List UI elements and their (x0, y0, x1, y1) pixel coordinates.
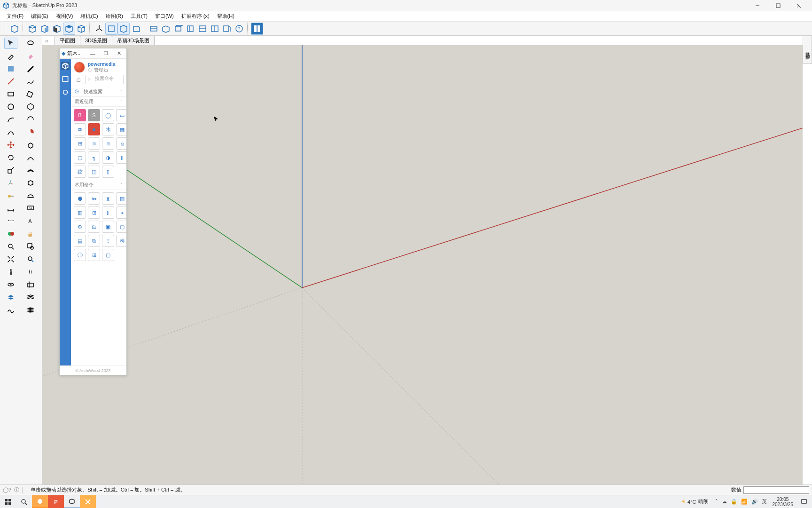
pushpull-tool[interactable] (24, 139, 37, 151)
common-cell[interactable]: 🗂 (88, 221, 100, 233)
line-tool[interactable] (4, 76, 17, 87)
position-cam-tool[interactable] (4, 266, 17, 278)
common-cell[interactable]: 检 (116, 235, 126, 247)
plugin-home-button[interactable]: ⌂ (74, 75, 83, 84)
ext-f[interactable] (209, 23, 221, 35)
common-cell[interactable]: ⚙ (74, 221, 86, 233)
arc-tool[interactable] (4, 114, 17, 125)
offset-tool[interactable] (24, 165, 37, 176)
minimize-button[interactable] (747, 0, 768, 11)
freehand-tool[interactable] (24, 76, 37, 87)
side-view[interactable] (130, 23, 142, 35)
common-cell[interactable]: ▥ (74, 206, 86, 219)
recent-cell[interactable]: ⧈ (88, 137, 100, 150)
task-app-1[interactable] (32, 495, 48, 508)
layers2-tool[interactable] (24, 292, 37, 303)
style-shaded-tex[interactable] (51, 23, 63, 35)
rail-save-icon[interactable] (61, 75, 70, 83)
rail-cube-icon[interactable] (61, 62, 70, 70)
common-cell[interactable]: ⫿ (102, 206, 114, 219)
recent-cell[interactable]: 木 (102, 123, 114, 135)
ext-c[interactable] (172, 23, 184, 35)
walk-tool[interactable] (24, 266, 37, 278)
recent-cell[interactable]: ┓ (88, 151, 100, 164)
common-cell[interactable]: ⓘ (74, 249, 86, 261)
start-button[interactable] (0, 495, 16, 508)
select-tool[interactable] (4, 38, 17, 49)
recent-cell[interactable]: ⧅ (116, 137, 126, 150)
common-cell[interactable]: ⧉ (88, 235, 100, 247)
task-powerpoint[interactable]: P (48, 495, 64, 508)
tray-chevron-icon[interactable]: ˄ (715, 499, 718, 505)
hand-tool[interactable] (24, 228, 37, 239)
rotated-rect-tool[interactable] (24, 88, 37, 100)
tray-wifi-icon[interactable]: 📶 (741, 499, 748, 505)
notifications-button[interactable] (796, 495, 812, 508)
common-cell[interactable]: ⏮ (88, 192, 100, 205)
style-shaded[interactable] (39, 23, 51, 35)
ext-b[interactable] (160, 23, 172, 35)
common-cell[interactable]: ▣ (102, 221, 114, 233)
section-tool[interactable] (4, 215, 17, 227)
menu-edit[interactable]: 编辑(E) (27, 12, 52, 21)
arc3-tool[interactable] (4, 127, 17, 138)
menu-help[interactable]: 帮助(H) (213, 12, 238, 21)
menu-tools[interactable]: 工具(T) (127, 12, 151, 21)
iso-view[interactable] (105, 23, 117, 35)
circle-tool[interactable] (4, 101, 17, 112)
scene-search-icon[interactable]: ⌕ (42, 36, 51, 45)
axis-tool[interactable] (93, 23, 105, 35)
3dtext-tool[interactable]: A (24, 215, 37, 227)
polygon-tool[interactable] (24, 101, 37, 112)
common-cell[interactable]: ⧗ (102, 192, 114, 205)
menu-ext[interactable]: 扩展程序 (x) (178, 12, 213, 21)
recent-cell[interactable]: B (74, 109, 86, 121)
scene-tab-1[interactable]: 平面图 (55, 36, 80, 46)
sandbox2-tool[interactable] (24, 304, 37, 316)
recent-cell[interactable]: ⧆ (102, 137, 114, 150)
rect-tool[interactable] (4, 88, 17, 100)
arc2-tool[interactable] (24, 114, 37, 125)
plugin-maximize[interactable]: ☐ (100, 49, 111, 58)
eraser-tool[interactable] (24, 50, 37, 62)
component-tool[interactable] (24, 177, 37, 189)
tray-volume-icon[interactable]: 🔊 (751, 499, 758, 505)
common-cell[interactable]: ▢ (102, 249, 114, 261)
tray-lock-icon[interactable]: 🔒 (731, 499, 737, 505)
common-cell[interactable]: ⧞ (116, 206, 126, 219)
protractor-tool[interactable] (24, 190, 37, 201)
plugin-titlebar[interactable]: ◆ 筑木... — ☐ ✕ (60, 48, 126, 59)
plugin-close[interactable]: ✕ (113, 49, 125, 58)
section-common[interactable]: 常用命令 ˄ (71, 180, 126, 190)
sandbox1-tool[interactable] (4, 304, 17, 316)
plugin-sync-tool[interactable] (4, 228, 17, 239)
task-sketchup[interactable] (64, 495, 80, 508)
zoom-tool[interactable] (4, 241, 17, 252)
recent-cell[interactable]: ⫿ (116, 151, 126, 164)
scale-tool[interactable] (4, 165, 17, 176)
style-hidden[interactable] (26, 23, 39, 35)
weather-widget[interactable]: ☀ 4°C 晴朗 (677, 498, 712, 505)
recent-cell[interactable]: ▯ (102, 166, 114, 178)
recent-cell[interactable]: ⊞ (74, 137, 86, 150)
style-xray[interactable] (75, 23, 87, 35)
recent-cell[interactable]: ◫ (88, 166, 100, 178)
menu-window[interactable]: 窗口(W) (151, 12, 178, 21)
text-tool[interactable]: A1 (24, 203, 37, 214)
viewport[interactable] (42, 45, 803, 495)
common-cell[interactable]: ⊞ (88, 206, 100, 219)
zoom-window-tool[interactable] (24, 241, 37, 252)
common-cell[interactable]: ▢ (116, 221, 126, 233)
tape-tool[interactable] (4, 190, 17, 201)
tray-cloud-icon[interactable]: ☁ (722, 499, 727, 505)
search-button[interactable] (16, 495, 32, 508)
recent-cell[interactable]: S (88, 109, 100, 121)
task-app-4[interactable] (80, 495, 96, 508)
common-cell[interactable]: ⯃ (74, 192, 86, 205)
ext-d[interactable] (184, 23, 196, 35)
pie-tool[interactable] (24, 127, 37, 138)
recent-cell[interactable]: ◑ (102, 151, 114, 164)
rotate-tool[interactable] (4, 152, 17, 163)
section-quick[interactable]: ◷ 快速搜索 ˄ (71, 87, 126, 97)
ext-logo[interactable] (251, 23, 263, 35)
